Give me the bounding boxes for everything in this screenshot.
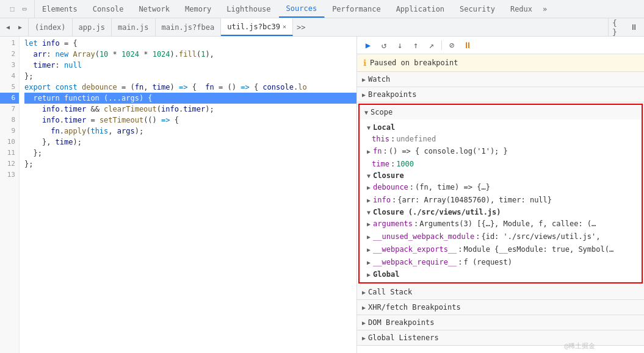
close-tab-icon[interactable]: ✕	[283, 23, 286, 30]
line-num-10: 10	[0, 137, 19, 148]
local-group-header[interactable]: ▼ Local	[360, 122, 642, 133]
callstack-section: ▶ Call Stack	[357, 285, 644, 300]
scope-section: ▼ Scope ▼ Local this : undefined	[358, 104, 643, 283]
tab-security[interactable]: Security	[452, 0, 503, 18]
step-over-button[interactable]: ↺	[378, 39, 390, 51]
scope-info[interactable]: ▶ info : {arr: Array(10485760), timer: n…	[360, 194, 642, 207]
line-num-12: 12	[0, 159, 19, 169]
pause-on-exceptions-button[interactable]: ⏸	[461, 39, 474, 51]
code-line-2[interactable]: arr: new Array(10 * 1024 * 1024).fill(1)…	[24, 49, 356, 60]
devtools-tab-bar: ⬚ ▭ Elements Console Network Memory Ligh…	[0, 0, 644, 18]
xhr-chevron: ▶	[362, 304, 366, 311]
tab-sources[interactable]: Sources	[279, 0, 325, 18]
inspect-icon[interactable]: ⬚	[7, 4, 17, 14]
toolbar-separator	[441, 40, 442, 50]
code-line-7[interactable]: info.timer && clearTimeout(info.timer);	[24, 104, 356, 115]
global-listeners-section: ▶ Global Listeners	[357, 330, 644, 346]
scope-key-info: info	[373, 194, 391, 205]
tab-performance[interactable]: Performance	[325, 0, 388, 18]
tab-console[interactable]: Console	[85, 0, 132, 18]
file-tab-appjs[interactable]: app.js	[73, 18, 112, 36]
breakpoints-header[interactable]: ▶ Breakpoints	[357, 87, 644, 102]
fn-expand-arrow: ▶	[367, 146, 371, 157]
exports-expand-arrow: ▶	[367, 244, 371, 255]
line-num-2: 2	[0, 49, 19, 60]
scope-unused-webpack[interactable]: ▶ __unused_webpack_module : {id: './src/…	[360, 230, 642, 243]
closure2-group-header[interactable]: ▼ Closure (./src/views/util.js)	[360, 207, 642, 218]
file-tab-mainjs-fbea[interactable]: main.js?fbea	[156, 18, 222, 36]
tab-application[interactable]: Application	[389, 0, 452, 18]
code-line-13	[24, 169, 356, 180]
scope-header[interactable]: ▼ Scope	[360, 105, 642, 119]
step-button[interactable]: ↗	[425, 39, 438, 51]
scope-this[interactable]: this : undefined	[360, 133, 642, 145]
step-into-button[interactable]: ↓	[394, 39, 406, 51]
deactivate-breakpoints-button[interactable]: ⊘	[446, 39, 458, 51]
resume-button[interactable]: ▶	[362, 39, 374, 51]
scope-val-info: {arr: Array(10485760), timer: null}	[397, 194, 552, 205]
callstack-header[interactable]: ▶ Call Stack	[357, 285, 644, 299]
line-numbers: 1 2 3 4 5 6 7 8 9 10 11 12 13	[0, 37, 20, 353]
dom-header[interactable]: ▶ DOM Breakpoints	[357, 315, 644, 330]
device-icon[interactable]: ▭	[20, 4, 29, 14]
file-tab-mainjs[interactable]: main.js	[112, 18, 156, 36]
tab-memory[interactable]: Memory	[178, 0, 219, 18]
line-num-11: 11	[0, 148, 19, 159]
dom-chevron: ▶	[362, 319, 366, 326]
code-line-10[interactable]: }, time);	[24, 137, 356, 148]
file-tab-label: util.js?bc39	[227, 23, 280, 31]
watch-chevron: ▶	[362, 76, 366, 83]
scope-webpack-require[interactable]: ▶ __webpack_require__ : f (request)	[360, 256, 642, 269]
tab-elements[interactable]: Elements	[35, 0, 85, 18]
tab-lighthouse[interactable]: Lighthouse	[219, 0, 278, 18]
notice-icon: ℹ	[363, 58, 366, 68]
nav-back-button[interactable]: ◀	[2, 22, 13, 33]
scope-time[interactable]: time : 1000	[360, 158, 642, 170]
file-tab-utiljs[interactable]: util.js?bc39 ✕	[221, 18, 293, 36]
code-line-11[interactable]: };	[24, 148, 356, 159]
tab-overflow-button[interactable]: »	[540, 5, 549, 13]
code-line-3[interactable]: timer: null	[24, 60, 356, 71]
code-line-9[interactable]: fn.apply(this, args);	[24, 126, 356, 137]
global-listeners-header[interactable]: ▶ Global Listeners	[357, 330, 644, 345]
code-line-8[interactable]: info.timer = setTimeout(() => {	[24, 115, 356, 126]
tab-redux[interactable]: Redux	[503, 0, 540, 18]
file-tab-index[interactable]: (index)	[29, 18, 73, 36]
scope-val-exports: Module {__esModule: true, Symbol(…	[464, 244, 614, 255]
scope-fn[interactable]: ▶ fn : () => { console.log('1'); }	[360, 145, 642, 158]
pause-icon[interactable]: ⏸	[627, 21, 640, 34]
code-line-4[interactable]: };	[24, 71, 356, 82]
scope-debounce[interactable]: ▶ debounce : (fn, time) => {…}	[360, 181, 642, 194]
watermark-text: @稀土掘金	[564, 341, 595, 351]
nav-forward-button[interactable]: ▶	[15, 22, 26, 33]
dom-section: ▶ DOM Breakpoints	[357, 315, 644, 330]
code-line-12[interactable]: };	[24, 159, 356, 169]
main-area: 1 2 3 4 5 6 7 8 9 10 11 12 13 let info =…	[0, 37, 644, 353]
scope-key-this: this	[372, 134, 389, 144]
callstack-label: Call Stack	[368, 288, 412, 296]
line-num-9: 9	[0, 126, 19, 137]
scope-key-require: __webpack_require__	[373, 257, 457, 268]
closure-group-header[interactable]: ▼ Closure	[360, 170, 642, 181]
code-line-1[interactable]: let info = {	[24, 38, 356, 49]
global-label: Global	[373, 270, 399, 279]
global-group-header[interactable]: ▶ Global	[360, 269, 642, 280]
file-tab-overflow-button[interactable]: >>	[293, 23, 309, 32]
scope-key-exports: __webpack_exports__	[373, 244, 457, 255]
code-line-6[interactable]: return function (...args) {	[24, 93, 356, 104]
closure2-chevron: ▼	[367, 209, 371, 216]
scope-arguments[interactable]: ▶ arguments : Arguments(3) [{…}, Module,…	[360, 218, 642, 230]
scope-key-unused: __unused_webpack_module	[373, 231, 474, 242]
watch-header[interactable]: ▶ Watch	[357, 72, 644, 87]
format-icon[interactable]: { }	[612, 21, 626, 34]
xhr-header[interactable]: ▶ XHR/fetch Breakpoints	[357, 300, 644, 315]
breakpoint-notice-text: Paused on breakpoint	[370, 59, 458, 67]
file-tab-label: app.js	[79, 23, 105, 32]
scope-webpack-exports[interactable]: ▶ __webpack_exports__ : Module {__esModu…	[360, 243, 642, 256]
line-num-13: 13	[0, 169, 19, 180]
code-line-5[interactable]: export const debounce = (fn, time) => { …	[24, 82, 356, 93]
breakpoints-section: ▶ Breakpoints	[357, 87, 644, 102]
tab-network[interactable]: Network	[131, 0, 178, 18]
arguments-expand-arrow: ▶	[367, 219, 371, 230]
step-out-button[interactable]: ↑	[410, 39, 422, 51]
